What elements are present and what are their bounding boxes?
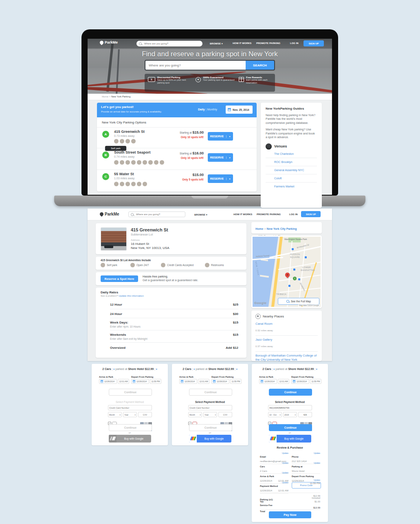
daily-toggle[interactable]: Daily [198, 108, 205, 111]
amenity-icon[interactable] [131, 182, 136, 186]
venue-link[interactable]: Coloft [266, 174, 317, 183]
chevron-down-icon[interactable]: ▾ [156, 368, 157, 370]
depart-time-field[interactable]: 11:59 PM [230, 379, 242, 384]
amenity-icon[interactable] [114, 139, 119, 143]
update-link[interactable]: Update [314, 479, 320, 481]
card-number-input[interactable] [188, 405, 232, 410]
amenity-icon[interactable] [137, 182, 141, 186]
chevron-down-icon[interactable]: ▾ [236, 368, 237, 370]
month-select[interactable]: Month ▾ [108, 412, 122, 417]
continue-button[interactable]: Continue [109, 389, 152, 396]
cars-dropdown[interactable]: 2 Cars [102, 368, 111, 370]
card-number-input[interactable] [108, 405, 152, 410]
parkme-logo[interactable]: ParkMe [100, 212, 119, 216]
reserve-spot-button[interactable]: Reserve a Spot Here [101, 275, 138, 282]
depart-date-field[interactable]: 12/26/2014 [131, 379, 149, 384]
header-search-input[interactable] [143, 42, 194, 45]
reserve-caret[interactable]: ▼ [226, 178, 233, 180]
reserve-button[interactable]: RESERVE ▼ [208, 132, 233, 141]
arrive-date-field[interactable]: 12/26/2014 [259, 379, 277, 384]
amenity-icon[interactable] [120, 139, 124, 143]
month-select[interactable]: 10 - Oct ▾ [268, 412, 282, 417]
depart-date-field[interactable]: 12/26/2014 [211, 379, 229, 384]
venue-link[interactable]: The Charleston [266, 150, 317, 158]
card-number-input[interactable] [268, 405, 312, 410]
amenity-icon[interactable] [148, 160, 153, 165]
buy-with-google-button[interactable]: Buy with Google [269, 435, 311, 443]
buy-with-google-button[interactable]: Buy with Google [109, 435, 151, 443]
listing-name[interactable]: South Street Seaport [114, 150, 151, 154]
year-select[interactable]: Year ▾ [203, 412, 217, 417]
hotel-dropdown[interactable]: Shore Hotel $12.99 [288, 368, 314, 370]
monthly-toggle[interactable]: Monthly [207, 108, 217, 111]
chevron-down-icon[interactable]: ▾ [316, 368, 317, 370]
update-link[interactable]: Update [314, 452, 320, 454]
hotel-dropdown[interactable]: Shore Hotel $12.99 [128, 368, 154, 370]
continue-button[interactable]: Continue [269, 424, 312, 431]
amenity-icon[interactable] [120, 182, 124, 186]
promo-code-button[interactable]: Promo Code [292, 482, 321, 489]
depart-time-field[interactable]: 11:59 PM [150, 379, 161, 384]
venue-link[interactable]: Farmers Market [266, 183, 317, 190]
reserve-caret[interactable]: ▼ [226, 156, 233, 159]
breadcrumb-l1[interactable]: New York City Parking [266, 227, 297, 230]
amenity-icon[interactable] [131, 160, 136, 165]
cars-dropdown[interactable]: 2 Cars [183, 368, 191, 370]
update-link[interactable]: Update [282, 471, 288, 474]
breadcrumb-home[interactable]: Home [102, 95, 108, 98]
nav-how-it-works[interactable]: HOW IT WORKS [233, 42, 251, 44]
reserve-button[interactable]: RESERVE ▼ [208, 174, 233, 183]
amenity-icon[interactable] [154, 160, 158, 165]
depart-date-field[interactable]: 12/26/2014 [291, 379, 309, 384]
nav-promote-parking[interactable]: PROMOTE PARKING [256, 42, 280, 44]
nav-browse[interactable]: BROWSE ▾ [210, 42, 223, 45]
amenity-icon[interactable] [114, 182, 119, 186]
nearby-link[interactable]: Canal Room [255, 322, 318, 326]
arrive-time-field[interactable]: 12:01 AM [118, 379, 129, 384]
amenity-icon[interactable] [125, 182, 130, 186]
nav-login[interactable]: LOG IN [290, 42, 299, 44]
amenity-icon[interactable] [131, 139, 136, 143]
venue-link[interactable]: General Assembly NYC [266, 166, 317, 174]
nearby-link[interactable]: Jazz Gallery [255, 338, 318, 341]
continue-button[interactable]: Continue [109, 424, 152, 431]
cvv-input[interactable] [218, 412, 232, 417]
chevron-down-icon[interactable]: ▾ [273, 368, 275, 370]
header-search[interactable] [136, 41, 202, 46]
parkme-logo[interactable]: ParkMe [100, 40, 118, 44]
nav-login[interactable]: LOG IN [289, 213, 298, 216]
breadcrumb-home[interactable]: Home [255, 227, 263, 230]
year-select[interactable]: Year ▾ [123, 412, 137, 417]
rates-update-link[interactable]: Update this information [119, 295, 144, 297]
header-search-input[interactable] [135, 213, 182, 216]
pay-now-button[interactable]: Pay Now [269, 511, 311, 518]
amenity-icon[interactable] [143, 182, 147, 186]
update-link[interactable]: Update [282, 462, 288, 464]
cvv-input[interactable] [298, 412, 312, 417]
nav-promote-parking[interactable]: PROMOTE PARKING [257, 213, 281, 216]
amenity-icon[interactable] [125, 160, 130, 165]
amenity-icon[interactable] [125, 139, 130, 143]
update-link[interactable]: Update [282, 481, 288, 484]
arrive-date-field[interactable]: 12/26/2014 [179, 379, 197, 384]
continue-button[interactable]: Continue [189, 389, 232, 396]
arrive-time-field[interactable]: 12:01 AM [278, 379, 289, 384]
arrive-date-field[interactable]: 12/26/2014 [99, 379, 117, 384]
reserve-button[interactable]: RESERVE ▼ [208, 153, 233, 162]
chevron-down-icon[interactable]: ▾ [194, 368, 195, 370]
signup-button[interactable]: SIGN UP [301, 211, 321, 217]
venue-link[interactable]: ROC Brooklyn [266, 158, 317, 166]
header-search[interactable] [128, 211, 185, 217]
arrive-time-field[interactable]: 12:01 AM [198, 379, 209, 384]
map[interactable]: Washington Square Park W Houston St Holl… [253, 237, 321, 307]
depart-time-field[interactable]: 11:59 PM [310, 379, 321, 384]
amenity-icon[interactable] [160, 160, 164, 165]
hero-search-button[interactable]: SEARCH [246, 61, 274, 70]
amenity-icon[interactable] [137, 160, 141, 165]
signup-button[interactable]: SIGN UP [303, 40, 324, 46]
amenity-icon[interactable] [143, 160, 147, 165]
reserve-caret[interactable]: ▼ [226, 135, 233, 138]
listing-name[interactable]: 55 Water St [114, 172, 134, 176]
nav-how-it-works[interactable]: HOW IT WORKS [233, 213, 252, 216]
update-link[interactable]: Update [314, 462, 320, 464]
